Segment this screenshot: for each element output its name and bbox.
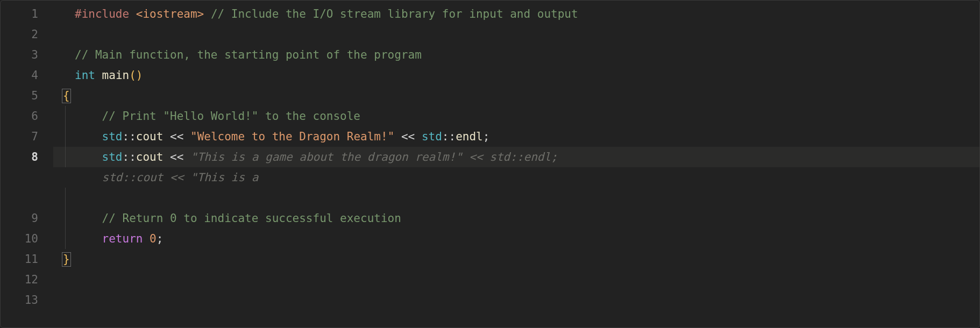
token-function-name: main [102, 69, 130, 82]
line-number: 7 [1, 126, 38, 147]
code-line[interactable]: std::cout << "Welcome to the Dragon Real… [53, 126, 979, 147]
code-line[interactable]: { [53, 85, 979, 106]
token-namespace: std [102, 130, 123, 143]
token-semicolon: ; [157, 232, 164, 245]
token-space [95, 69, 102, 82]
code-line-empty[interactable] [53, 269, 979, 290]
code-editor[interactable]: 1 2 3 4 5 6 7 8 9 10 11 12 13 #include <… [0, 0, 980, 328]
code-line[interactable]: return 0; [53, 229, 979, 249]
line-number: 4 [1, 65, 38, 85]
code-line-empty[interactable] [53, 188, 979, 208]
token-number: 0 [150, 232, 157, 245]
token-scope: :: [123, 151, 136, 163]
code-line[interactable]: // Main function, the starting point of … [53, 45, 979, 65]
code-line[interactable]: // Return 0 to indicate successful execu… [53, 208, 979, 229]
indent-guide [65, 126, 66, 147]
token-brace-close: } [63, 253, 70, 266]
token-scope: :: [442, 130, 456, 143]
ghost-text-suggestion: "This is a game about the dragon realm!"… [190, 151, 558, 163]
code-line-active[interactable]: std::cout << "This is a game about the d… [53, 147, 979, 167]
token-space [143, 232, 150, 245]
token-scope: :: [123, 130, 136, 143]
line-number: 12 [1, 269, 38, 290]
line-number-gutter: 1 2 3 4 5 6 7 8 9 10 11 12 13 [1, 4, 53, 327]
token-indent [75, 171, 102, 184]
indent-guide [65, 106, 66, 126]
token-operator: << [170, 151, 183, 163]
token-indent [75, 212, 102, 225]
indent-guide [65, 208, 66, 229]
token-comment: // Print "Hello World!" to the console [102, 110, 360, 123]
token-space [394, 130, 401, 143]
line-number: 3 [1, 45, 38, 65]
token-space [183, 151, 190, 163]
token-comment: // Include the I/O stream library for in… [211, 8, 578, 20]
token-indent [75, 130, 102, 143]
indent-guide [65, 229, 66, 249]
line-number: 11 [1, 249, 38, 269]
code-line[interactable]: // Print "Hello World!" to the console [53, 106, 979, 126]
brace-highlight: { [62, 89, 71, 103]
line-number: 10 [1, 229, 38, 249]
code-line-empty[interactable] [53, 24, 979, 45]
ghost-text-wrap-line: std::cout << "This is a [53, 167, 979, 188]
line-number: 9 [1, 208, 38, 229]
code-line[interactable]: #include <iostream> // Include the I/O s… [53, 4, 979, 24]
token-namespace: std [102, 151, 123, 163]
line-number: 5 [1, 85, 38, 106]
token-space [183, 130, 190, 143]
token-string: "Welcome to the Dragon Realm!" [190, 130, 394, 143]
ghost-text-suggestion: std::cout << "This is a [102, 171, 259, 184]
indent-guide [65, 188, 66, 208]
code-line[interactable]: int main() [53, 65, 979, 85]
indent-guide [65, 147, 66, 167]
token-space [163, 130, 170, 143]
token-comment: // Main function, the starting point of … [75, 48, 422, 61]
token-indent [75, 151, 102, 163]
code-line[interactable]: } [53, 249, 979, 269]
token-namespace: std [422, 130, 442, 143]
token-preprocessor: #include [75, 8, 129, 20]
token-comment: // Return 0 to indicate successful execu… [102, 212, 401, 225]
token-parens: () [129, 69, 143, 82]
line-number: 13 [1, 290, 38, 310]
line-number [1, 167, 38, 208]
line-number: 1 [1, 4, 38, 24]
token-identifier: cout [136, 151, 164, 163]
code-area[interactable]: #include <iostream> // Include the I/O s… [53, 4, 979, 327]
token-keyword: int [75, 69, 95, 82]
line-number: 2 [1, 24, 38, 45]
token-operator: << [401, 130, 415, 143]
token-identifier: cout [136, 130, 164, 143]
line-number-active: 8 [1, 147, 38, 167]
line-number: 6 [1, 106, 38, 126]
token-operator: << [170, 130, 183, 143]
token-indent [75, 232, 102, 245]
token-semicolon: ; [483, 130, 490, 143]
token-include-header: <iostream> [129, 8, 211, 20]
token-brace-open: { [63, 89, 70, 102]
token-space [163, 151, 170, 163]
token-space [415, 130, 422, 143]
token-indent [75, 110, 102, 123]
token-keyword: return [102, 232, 143, 245]
brace-highlight: } [62, 252, 71, 267]
token-identifier: endl [456, 130, 483, 143]
